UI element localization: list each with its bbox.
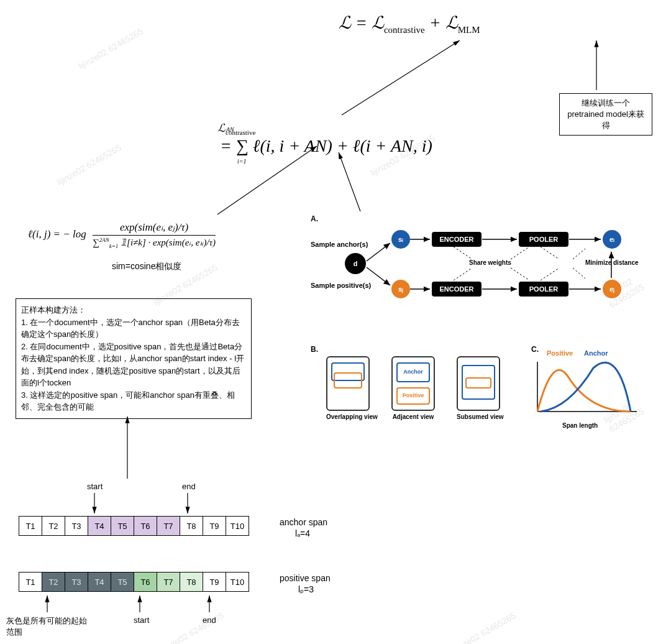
svg-line-0: [367, 243, 390, 261]
sum-sym: ∑: [93, 237, 99, 247]
positive-rect: [334, 372, 362, 389]
diagram-a-arrows: [311, 214, 659, 320]
positive-token-row: T1 T2 T3 T4 T5 T6 T7 T8 T9 T10: [19, 572, 249, 592]
svg-line-22: [339, 152, 360, 211]
l-symbol: ℒ: [217, 122, 226, 134]
token-cell-anchor: T5: [111, 516, 134, 536]
box-title: 正样本构建方法：: [21, 304, 246, 316]
svg-line-10: [454, 268, 472, 280]
span-length-caption: Span length: [562, 422, 598, 429]
loss-ij-formula: ℓ(i, j) = − log exp(sim(eᵢ, eⱼ)/τ) ∑2ANk…: [28, 221, 276, 249]
token-cell-positive: T6: [134, 572, 157, 592]
token-cell: T1: [19, 516, 42, 536]
start-label-2: start: [134, 615, 149, 625]
box-item-3: 3. 这样选定的positive span，可能和anchor span有重叠、…: [21, 389, 246, 413]
diagram-c-title: C.: [531, 345, 539, 354]
svg-line-15: [573, 249, 585, 259]
svg-line-16: [573, 268, 585, 278]
anchor-la-label: lₐ=4: [295, 528, 310, 538]
svg-line-13: [541, 247, 559, 259]
loss-numerator: exp(sim(eᵢ, eⱼ)/τ): [93, 221, 216, 236]
contrastive-subscript: contrastive: [384, 25, 425, 35]
grey-range-note: 灰色是所有可能的起始范围: [6, 615, 93, 638]
svg-line-14: [541, 268, 559, 280]
adjacent-caption: Adjacent view: [391, 413, 435, 420]
diagram-b-title: B.: [311, 345, 318, 354]
positive-rect: [465, 377, 491, 389]
mlm-description-box: 继续训练一个pretrained model来获得: [559, 93, 652, 136]
mlm-subscript: MLM: [458, 25, 480, 35]
svg-line-21: [217, 146, 317, 214]
positive-rect: Positive: [396, 387, 430, 405]
watermark: lijinze02 62465265: [55, 142, 124, 188]
end-label-1: end: [182, 482, 196, 491]
anchor-rect: Anchor: [396, 362, 430, 382]
token-cell: T2: [42, 516, 65, 536]
formula-text: ℒ = ℒ: [339, 13, 384, 32]
formula-plus: + ℒ: [425, 13, 458, 32]
anchor-token-row: T1 T2 T3 T4 T5 T6 T7 T8 T9 T10: [19, 516, 249, 536]
token-cell: T10: [226, 516, 249, 536]
token-cell-range: T3: [65, 572, 88, 592]
sum-upper: AN: [226, 126, 234, 133]
overlapping-caption: Overlapping view: [326, 413, 378, 420]
token-cell-range: T4: [88, 572, 111, 592]
contrastive-loss-formula: ℒcontrastive AN = ∑ ℓ(i, i + AN) + ℓ(i +…: [217, 121, 466, 156]
token-cell-anchor: T7: [157, 516, 180, 536]
start-label-1: start: [87, 482, 103, 491]
anchor-span-label: anchor span: [280, 517, 327, 527]
svg-line-19: [342, 40, 460, 115]
sum-sub: k=1: [109, 243, 119, 249]
token-cell: T1: [19, 572, 42, 592]
anchor-legend: Anchor: [584, 349, 608, 357]
svg-line-1: [367, 267, 390, 285]
sum-sup: 2AN: [99, 237, 109, 243]
den-body: 𝟙[i≠k] · exp(sim(eᵢ, eₖ)/τ): [118, 237, 216, 247]
token-cell-range: T5: [111, 572, 134, 592]
token-cell-anchor: T6: [134, 516, 157, 536]
loss-lhs: ℓ(i, j) = − log: [28, 228, 86, 240]
token-cell-positive: T7: [157, 572, 180, 592]
svg-line-11: [511, 247, 529, 259]
token-cell-positive: T8: [180, 572, 203, 592]
token-cell-anchor: T4: [88, 516, 111, 536]
token-cell: T10: [226, 572, 249, 592]
positive-legend: Positive: [547, 349, 573, 357]
subsumed-caption: Subsumed view: [457, 413, 504, 420]
end-label-2: end: [203, 615, 216, 625]
token-cell-range: T2: [42, 572, 65, 592]
token-cell: T9: [203, 572, 226, 592]
token-cell: T9: [203, 516, 226, 536]
main-loss-formula: ℒ = ℒcontrastive + ℒMLM: [339, 12, 480, 35]
positive-construction-box: 正样本构建方法： 1. 在一个document中，选定一个anchor span…: [16, 298, 252, 419]
adjacent-view-box: Anchor Positive: [391, 356, 435, 411]
token-cell: T3: [65, 516, 88, 536]
sum-lower: i=1: [237, 158, 247, 165]
span-length-chart: [531, 359, 643, 418]
sum-symbol: = ∑ ℓ(i, i + AN) + ℓ(i + AN, i): [220, 136, 432, 155]
subsumed-view-box: [457, 356, 500, 411]
positive-lp-label: lₚ=3: [298, 584, 314, 594]
svg-line-9: [454, 247, 472, 259]
box-item-1: 1. 在一个document中，选定一个anchor span（用Beta分布去…: [21, 316, 246, 341]
box-item-2: 2. 在同document中，选定positive span，首先也是通过Bet…: [21, 341, 246, 389]
sim-note: sim=cosine相似度: [112, 261, 181, 272]
diagram-a: A. Sample anchor(s) Sample positive(s) d…: [311, 214, 659, 326]
overlapping-view-box: [326, 356, 370, 411]
token-cell: T8: [180, 516, 203, 536]
svg-line-12: [511, 268, 529, 280]
watermark: lijinze02 62465265: [77, 26, 145, 71]
watermark: lijinze02 62465265: [450, 610, 518, 644]
positive-span-label: positive span: [280, 573, 331, 583]
